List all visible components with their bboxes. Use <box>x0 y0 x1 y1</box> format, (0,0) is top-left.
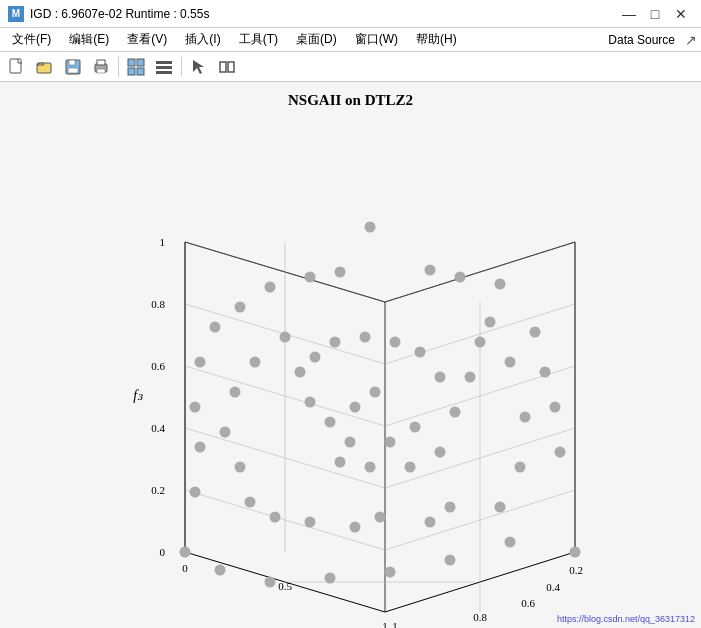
data-point <box>540 367 551 378</box>
data-point <box>455 272 466 283</box>
data-point <box>325 417 336 428</box>
toolbar <box>0 52 701 82</box>
toolbar-divider-2 <box>181 57 182 77</box>
data-source-button[interactable]: Data Source <box>600 31 683 49</box>
data-point <box>335 457 346 468</box>
f3-axis-label: f₃ <box>133 388 143 403</box>
menu-file[interactable]: 文件(F) <box>4 29 59 50</box>
data-point <box>570 547 581 558</box>
cursor-button[interactable] <box>186 55 212 79</box>
data-point <box>435 372 446 383</box>
data-point <box>375 512 386 523</box>
f1-label-02: 0.2 <box>569 564 583 576</box>
svg-rect-3 <box>69 60 75 65</box>
data-point <box>550 402 561 413</box>
data-point <box>370 387 381 398</box>
data-point <box>415 347 426 358</box>
minimize-button[interactable]: — <box>617 4 641 24</box>
data-point <box>350 522 361 533</box>
data-point <box>445 555 456 566</box>
plot-svg: 0 0.2 0.4 0.6 0.8 1 f₃ 0 0.5 1 f₂ 1 0.8 … <box>0 112 701 628</box>
f3-label-02: 0.2 <box>151 484 165 496</box>
data-point <box>485 317 496 328</box>
toolbar-btn-8[interactable] <box>214 55 240 79</box>
f2-label-0: 0 <box>182 562 188 574</box>
data-point <box>530 327 541 338</box>
data-point <box>195 357 206 368</box>
new-button[interactable] <box>4 55 30 79</box>
data-point <box>245 497 256 508</box>
save-button[interactable] <box>60 55 86 79</box>
data-point <box>425 517 436 528</box>
svg-rect-10 <box>128 68 135 75</box>
data-point <box>215 565 226 576</box>
data-point <box>280 332 291 343</box>
plot-title: NSGAII on DTLZ2 <box>0 82 701 109</box>
open-button[interactable] <box>32 55 58 79</box>
data-point <box>265 577 276 588</box>
data-point <box>445 502 456 513</box>
toolbar-divider-1 <box>118 57 119 77</box>
data-point <box>385 437 396 448</box>
menu-desktop[interactable]: 桌面(D) <box>288 29 345 50</box>
toolbar-btn-5[interactable] <box>123 55 149 79</box>
data-point <box>360 332 371 343</box>
svg-marker-15 <box>193 60 204 74</box>
watermark: https://blog.csdn.net/qq_36317312 <box>557 614 695 624</box>
svg-rect-0 <box>10 59 21 73</box>
maximize-button[interactable]: □ <box>643 4 667 24</box>
menu-help[interactable]: 帮助(H) <box>408 29 465 50</box>
svg-rect-8 <box>128 59 135 66</box>
data-point <box>405 462 416 473</box>
toolbar-btn-6[interactable] <box>151 55 177 79</box>
title-text: IGD : 6.9607e-02 Runtime : 0.55s <box>30 7 209 21</box>
f3-label-08: 0.8 <box>151 298 165 310</box>
data-point <box>180 547 191 558</box>
data-point <box>505 537 516 548</box>
print-button[interactable] <box>88 55 114 79</box>
data-point <box>555 447 566 458</box>
menu-view[interactable]: 查看(V) <box>119 29 175 50</box>
data-point <box>270 512 281 523</box>
data-point <box>390 337 401 348</box>
f1-label-06: 0.6 <box>521 597 535 609</box>
data-point <box>365 462 376 473</box>
f2-label-05: 0.5 <box>278 580 292 592</box>
data-point <box>310 352 321 363</box>
data-point <box>265 282 276 293</box>
plot-area: NSGAII on DTLZ2 <box>0 82 701 628</box>
data-point <box>365 222 376 233</box>
f3-label-04: 0.4 <box>151 422 165 434</box>
data-point <box>425 265 436 276</box>
data-point <box>465 372 476 383</box>
data-point <box>335 267 346 278</box>
data-point <box>435 447 446 458</box>
svg-rect-16 <box>220 62 226 72</box>
data-point <box>495 279 506 290</box>
data-point <box>305 517 316 528</box>
menu-insert[interactable]: 插入(I) <box>177 29 228 50</box>
f3-label-06: 0.6 <box>151 360 165 372</box>
svg-line-21 <box>385 242 575 302</box>
menu-tools[interactable]: 工具(T) <box>231 29 286 50</box>
data-point <box>235 462 246 473</box>
svg-rect-17 <box>228 62 234 72</box>
data-point <box>235 302 246 313</box>
title-bar-left: M IGD : 6.9607e-02 Runtime : 0.55s <box>8 6 209 22</box>
svg-rect-9 <box>137 59 144 66</box>
data-point <box>505 357 516 368</box>
f1-label-08: 0.8 <box>473 611 487 623</box>
data-point <box>210 322 221 333</box>
data-point <box>450 407 461 418</box>
menu-edit[interactable]: 编辑(E) <box>61 29 117 50</box>
app-icon: M <box>8 6 24 22</box>
data-point <box>295 367 306 378</box>
title-bar-controls: — □ ✕ <box>617 4 693 24</box>
svg-rect-14 <box>156 71 172 74</box>
data-point <box>190 402 201 413</box>
data-point <box>515 462 526 473</box>
data-point <box>305 272 316 283</box>
f1-label-1: 1 <box>392 620 398 628</box>
close-button[interactable]: ✕ <box>669 4 693 24</box>
menu-window[interactable]: 窗口(W) <box>347 29 406 50</box>
